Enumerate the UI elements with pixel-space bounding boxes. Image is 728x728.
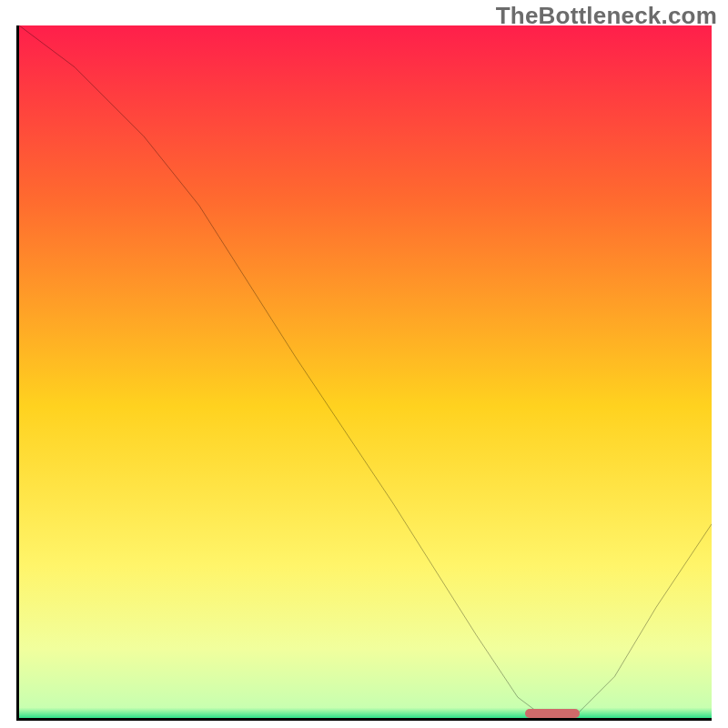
- chart-svg: [19, 25, 712, 718]
- optimal-marker: [525, 709, 581, 718]
- plot-area: [16, 25, 712, 721]
- background-rect: [19, 25, 712, 718]
- chart-frame: TheBottleneck.com: [0, 0, 728, 728]
